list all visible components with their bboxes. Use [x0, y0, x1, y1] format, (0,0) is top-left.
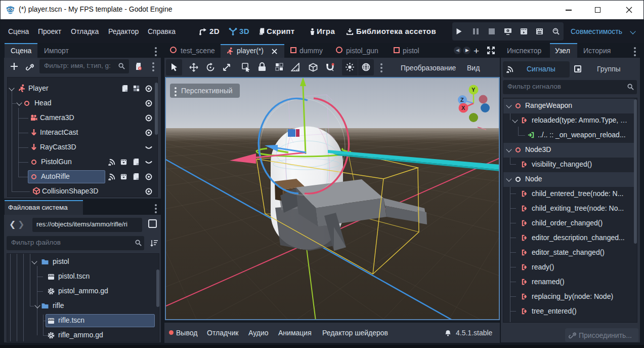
svg-text:X: X [461, 105, 465, 111]
svg-text:Y: Y [471, 87, 476, 93]
svg-text:Z: Z [460, 97, 464, 103]
